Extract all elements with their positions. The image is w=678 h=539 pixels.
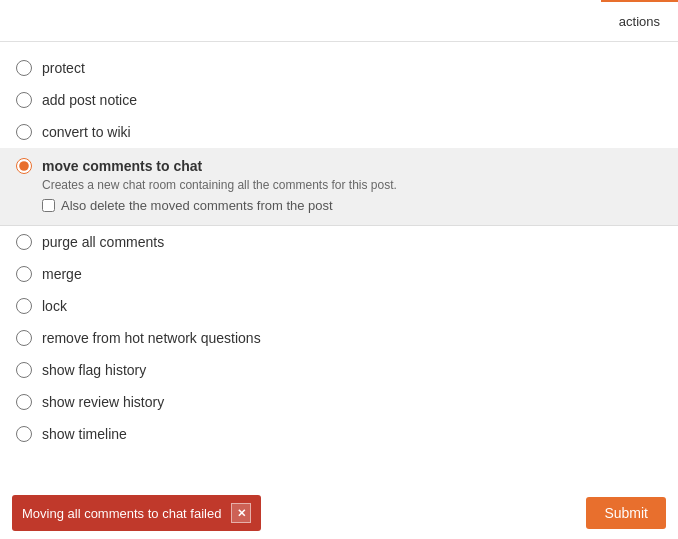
label-lock: lock (42, 298, 67, 314)
radio-convert-to-wiki[interactable] (16, 124, 32, 140)
option-lock[interactable]: lock (0, 290, 678, 322)
selected-row: move comments to chat (16, 154, 662, 178)
actions-tab[interactable]: actions (601, 0, 678, 41)
option-convert-to-wiki[interactable]: convert to wiki (0, 116, 678, 148)
content-area: protect add post notice convert to wiki … (0, 42, 678, 460)
radio-protect[interactable] (16, 60, 32, 76)
header-bar: actions (0, 0, 678, 42)
radio-add-post-notice[interactable] (16, 92, 32, 108)
label-add-post-notice: add post notice (42, 92, 137, 108)
radio-show-flag-history[interactable] (16, 362, 32, 378)
label-convert-to-wiki: convert to wiki (42, 124, 131, 140)
option-show-flag-history[interactable]: show flag history (0, 354, 678, 386)
label-protect: protect (42, 60, 85, 76)
label-remove-from-hot-network: remove from hot network questions (42, 330, 261, 346)
label-merge: merge (42, 266, 82, 282)
label-move-comments-to-chat: move comments to chat (42, 158, 202, 174)
option-purge-all-comments[interactable]: purge all comments (0, 226, 678, 258)
move-comments-description: Creates a new chat room containing all t… (42, 178, 662, 192)
option-add-post-notice[interactable]: add post notice (0, 84, 678, 116)
option-show-review-history[interactable]: show review history (0, 386, 678, 418)
delete-moved-comments-row[interactable]: Also delete the moved comments from the … (42, 198, 662, 213)
error-toast: Moving all comments to chat failed ✕ (12, 495, 261, 531)
error-message: Moving all comments to chat failed (22, 506, 221, 521)
label-purge-all-comments: purge all comments (42, 234, 164, 250)
close-error-button[interactable]: ✕ (231, 503, 251, 523)
label-show-review-history: show review history (42, 394, 164, 410)
option-merge[interactable]: merge (0, 258, 678, 290)
option-show-timeline[interactable]: show timeline (0, 418, 678, 450)
radio-show-timeline[interactable] (16, 426, 32, 442)
label-show-flag-history: show flag history (42, 362, 146, 378)
option-move-comments-to-chat[interactable]: move comments to chat Creates a new chat… (0, 148, 678, 226)
radio-lock[interactable] (16, 298, 32, 314)
delete-moved-checkbox[interactable] (42, 199, 55, 212)
bottom-bar: Moving all comments to chat failed ✕ Sub… (0, 487, 678, 539)
option-remove-from-hot-network[interactable]: remove from hot network questions (0, 322, 678, 354)
radio-merge[interactable] (16, 266, 32, 282)
radio-show-review-history[interactable] (16, 394, 32, 410)
radio-move-comments-to-chat[interactable] (16, 158, 32, 174)
radio-remove-from-hot-network[interactable] (16, 330, 32, 346)
delete-moved-label: Also delete the moved comments from the … (61, 198, 333, 213)
submit-button[interactable]: Submit (586, 497, 666, 529)
radio-purge-all-comments[interactable] (16, 234, 32, 250)
label-show-timeline: show timeline (42, 426, 127, 442)
option-protect[interactable]: protect (0, 52, 678, 84)
